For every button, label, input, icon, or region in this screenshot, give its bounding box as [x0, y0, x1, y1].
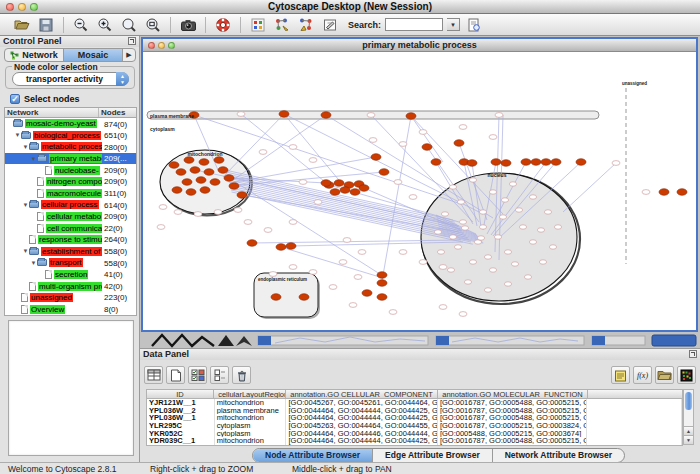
network-canvas[interactable]: plasma membrane cytoplasm mitochondrion … — [143, 52, 696, 330]
tree-expander-icon[interactable]: ▼ — [14, 132, 21, 138]
tab-network[interactable]: Network — [5, 49, 64, 61]
new-attribute-button[interactable] — [166, 366, 185, 384]
network-node[interactable] — [182, 179, 192, 186]
network-node-small[interactable] — [419, 260, 427, 265]
network-node[interactable] — [677, 189, 687, 196]
table-row[interactable]: YJR121W__1mitochondrion[GO:0045267, GO:0… — [147, 399, 682, 407]
network-node[interactable] — [218, 167, 228, 174]
network-node[interactable] — [321, 112, 331, 119]
network-node-small[interactable] — [369, 138, 377, 143]
scrollbar-thumb[interactable] — [685, 392, 692, 410]
network-node-small[interactable] — [515, 208, 522, 212]
select-attributes-button[interactable] — [188, 366, 207, 384]
network-node-small[interactable] — [358, 250, 366, 255]
network-window-titlebar[interactable]: primary metabolic process — [143, 39, 696, 52]
network-node[interactable] — [362, 290, 372, 297]
minimize-button[interactable] — [158, 42, 165, 49]
table-scrollbar[interactable]: ▲ ▼ — [683, 389, 694, 445]
tree-row[interactable]: ▼metabolic process280(0) — [5, 141, 136, 153]
search-input[interactable] — [385, 18, 443, 31]
network-node[interactable] — [276, 244, 286, 251]
float-panel-icon[interactable] — [128, 37, 136, 45]
close-button[interactable] — [6, 3, 14, 11]
background-window-bar[interactable] — [436, 336, 584, 345]
tree-expander-icon[interactable]: ▼ — [22, 202, 29, 208]
tabs-overflow-arrow[interactable]: ▶ — [123, 49, 135, 61]
column-header[interactable] — [588, 389, 683, 399]
network-node-small[interactable] — [449, 235, 456, 239]
network-node-small[interactable] — [367, 113, 375, 118]
network-node[interactable] — [279, 111, 289, 118]
network-node-small[interactable] — [544, 210, 551, 214]
network-node[interactable] — [210, 179, 220, 186]
matrix-view-button[interactable] — [677, 366, 696, 384]
network-node[interactable] — [377, 294, 387, 301]
tab-network-attribute-browser[interactable]: Network Attribute Browser — [493, 449, 624, 462]
function-builder-button[interactable]: f(x) — [633, 366, 652, 384]
network-node-small[interactable] — [269, 272, 277, 277]
network-node-small[interactable] — [339, 260, 347, 265]
network-node[interactable] — [271, 294, 281, 301]
network-node-small[interactable] — [214, 210, 222, 215]
tab-mosaic[interactable]: Mosaic — [64, 49, 123, 61]
network-node[interactable] — [186, 189, 196, 196]
network-node-small[interactable] — [157, 225, 165, 230]
tree-row[interactable]: nucleobase-209(0) — [5, 164, 136, 176]
network-node-small[interactable] — [489, 190, 496, 194]
network-node-small[interactable] — [489, 268, 496, 272]
delete-attributes-button[interactable] — [232, 366, 251, 384]
network-node[interactable] — [350, 189, 360, 196]
network-node-small[interactable] — [449, 185, 456, 189]
network-node-small[interactable] — [259, 150, 267, 155]
tree-row[interactable]: cellular metabo209(0) — [5, 211, 136, 223]
network-node[interactable] — [200, 187, 210, 194]
network-node-small[interactable] — [309, 270, 317, 275]
layout-apply-button[interactable] — [272, 16, 292, 34]
unselect-attributes-button[interactable] — [210, 366, 229, 384]
network-node[interactable] — [321, 180, 331, 187]
network-node[interactable] — [204, 169, 214, 176]
network-node-small[interactable] — [459, 125, 467, 130]
minimize-button[interactable] — [18, 3, 26, 11]
select-nodes-option[interactable]: ✓ Select nodes — [10, 94, 80, 104]
tree-row[interactable]: macromolecule311(0) — [5, 188, 136, 200]
attribute-editor-button[interactable] — [611, 366, 630, 384]
vizmapper-button[interactable] — [248, 16, 268, 34]
network-node-small[interactable] — [454, 245, 461, 249]
tree-expander-icon[interactable]: ▼ — [22, 144, 29, 150]
network-node-small[interactable] — [309, 158, 317, 163]
network-node-small[interactable] — [237, 112, 245, 117]
alternate-table-button[interactable] — [144, 366, 163, 384]
network-node[interactable] — [377, 272, 387, 279]
network-node-small[interactable] — [399, 142, 407, 147]
network-node-small[interactable] — [501, 198, 508, 202]
network-node-small[interactable] — [329, 285, 337, 290]
network-node-small[interactable] — [509, 182, 516, 186]
network-node[interactable] — [371, 154, 381, 161]
table-row[interactable]: YPL036W__1mitochondrion[GO:0044464, GO:0… — [147, 414, 682, 422]
column-header[interactable]: annotation.GO MOLECULAR_FUNCTION — [438, 389, 588, 399]
network-node-small[interactable] — [314, 200, 322, 205]
tree-expander-icon[interactable]: ▼ — [22, 248, 29, 254]
save-session-button[interactable] — [36, 16, 56, 34]
tree-row[interactable]: nitrogen compo209(0) — [5, 176, 136, 188]
network-node-small[interactable] — [519, 225, 526, 229]
network-node-small[interactable] — [554, 225, 561, 229]
network-node-small[interactable] — [457, 200, 464, 204]
search-dropdown-button[interactable]: ▼ — [447, 18, 460, 31]
network-node-small[interactable] — [234, 208, 242, 213]
network-node[interactable] — [247, 240, 257, 247]
zoom-fit-button[interactable] — [143, 16, 163, 34]
export-image-button[interactable] — [178, 16, 198, 34]
network-node[interactable] — [340, 187, 350, 194]
network-node[interactable] — [531, 159, 541, 166]
network-node[interactable] — [330, 189, 340, 196]
network-node-small[interactable] — [447, 268, 454, 272]
network-node[interactable] — [229, 183, 239, 190]
network-node-small[interactable] — [343, 238, 351, 243]
network-node[interactable] — [199, 159, 209, 166]
network-node-small[interactable] — [459, 220, 466, 224]
network-node[interactable] — [501, 160, 511, 167]
network-node[interactable] — [359, 185, 369, 192]
column-header[interactable]: annotation.GO CELLULAR_COMPONENT — [286, 389, 438, 399]
